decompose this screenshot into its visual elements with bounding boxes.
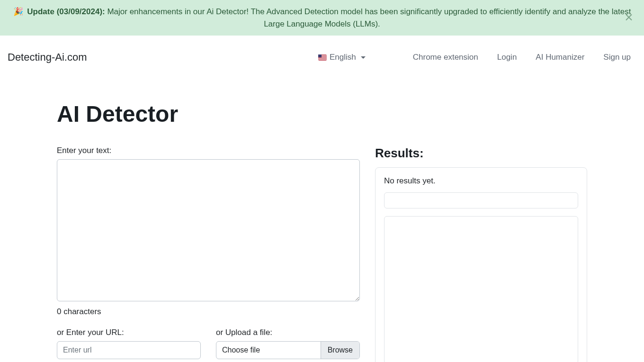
alert-strong-text: Update (03/09/2024): — [27, 7, 105, 16]
results-progress-bar — [384, 192, 578, 208]
file-group: or Upload a file: Choose file Browse — [216, 328, 360, 359]
text-input-label: Enter your text: — [57, 146, 360, 155]
close-icon — [625, 13, 633, 21]
character-count: 0 characters — [57, 307, 360, 317]
file-input[interactable]: Choose file Browse — [216, 341, 360, 359]
results-title: Results: — [375, 146, 587, 161]
results-detail-area — [384, 216, 578, 362]
results-box: No results yet. — [375, 167, 587, 362]
nav-ai-humanizer[interactable]: AI Humanizer — [530, 49, 590, 66]
nav-sign-up[interactable]: Sign up — [598, 49, 636, 66]
url-input-label: or Enter your URL: — [57, 328, 201, 337]
input-column: Enter your text: 0 characters or Enter y… — [57, 146, 360, 362]
url-group: or Enter your URL: — [57, 328, 201, 359]
party-emoji: 🎉 — [13, 7, 23, 16]
language-dropdown[interactable]: English — [313, 49, 371, 66]
two-column-layout: Enter your text: 0 characters or Enter y… — [57, 146, 587, 362]
nav-chrome-extension[interactable]: Chrome extension — [407, 49, 484, 66]
us-flag-icon — [318, 54, 327, 61]
update-alert-banner: 🎉 Update (03/09/2024): Major enhancement… — [0, 0, 644, 36]
results-column: Results: No results yet. — [375, 146, 587, 362]
file-choose-text: Choose file — [216, 342, 321, 359]
alert-body-text: Major enhancements in our Ai Detector! T… — [107, 7, 631, 28]
file-browse-button[interactable]: Browse — [321, 342, 359, 359]
chevron-down-icon — [361, 56, 366, 59]
text-input-textarea[interactable] — [57, 159, 360, 301]
brand-link[interactable]: Detecting-Ai.com — [8, 51, 87, 63]
close-alert-button[interactable] — [621, 9, 636, 26]
url-file-row: or Enter your URL: or Upload a file: Cho… — [57, 328, 360, 359]
no-results-text: No results yet. — [384, 176, 578, 186]
url-input[interactable] — [57, 341, 201, 359]
content-area: AI Detector Enter your text: 0 character… — [0, 101, 644, 362]
file-input-label: or Upload a file: — [216, 328, 360, 337]
language-label: English — [330, 53, 356, 62]
nav-login[interactable]: Login — [492, 49, 523, 66]
page-title: AI Detector — [57, 101, 587, 127]
main-navbar: Detecting-Ai.com English Chrome extensio… — [0, 36, 644, 79]
